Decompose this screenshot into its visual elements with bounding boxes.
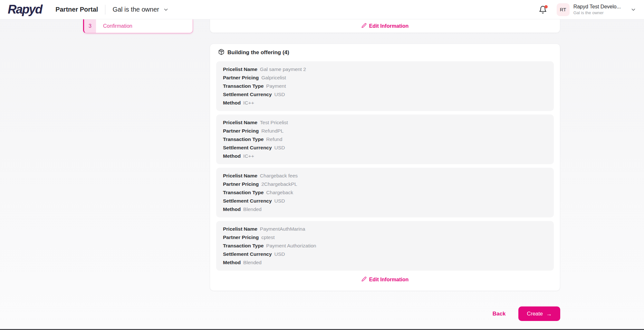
settlement-currency-row: Settlement CurrencyUSD (223, 90, 547, 99)
edit-row: Edit Information (216, 276, 554, 284)
field-label: Method (223, 206, 241, 212)
owner-context-label: Gal is the owner (112, 6, 159, 13)
pricelist-summary-block: Pricelist NamePaymentAuthMarina Partner … (216, 221, 554, 271)
user-info[interactable]: Rapyd Test Develo... Gal is the owner (573, 4, 621, 15)
field-label: Settlement Currency (223, 251, 272, 257)
edit-information-label: Edit Information (369, 277, 409, 283)
card-title-row: Building the offering (4) (216, 48, 554, 57)
field-label: Transaction Type (223, 83, 264, 89)
field-value: Test Pricelist (260, 120, 288, 125)
partner-pricing-row: Partner Pricingcptest (223, 233, 547, 242)
top-header: Rapyd Partner Portal Gal is the owner RT… (0, 0, 644, 19)
card-title: Building the offering (4) (227, 49, 289, 56)
field-value: Payment Authorization (266, 243, 316, 248)
pricelist-summary-block: Pricelist NameChargeback fees Partner Pr… (216, 168, 554, 217)
field-value: RefundPL (261, 128, 284, 134)
header-divider (105, 5, 105, 15)
partner-pricing-row: Partner Pricing2ChargebackPL (223, 180, 547, 188)
field-label: Partner Pricing (223, 181, 259, 187)
pricelist-name-row: Pricelist NamePaymentAuthMarina (223, 225, 547, 233)
field-value: IC++ (243, 153, 254, 159)
method-row: MethodIC++ (223, 152, 547, 160)
field-value: USD (274, 198, 285, 204)
field-label: Settlement Currency (223, 92, 272, 97)
previous-section-card: Edit Information (210, 19, 560, 33)
field-label: Pricelist Name (223, 226, 257, 232)
create-button-label: Create (527, 311, 543, 317)
field-value: Chargeback fees (260, 173, 298, 178)
field-label: Settlement Currency (223, 145, 272, 150)
field-label: Transaction Type (223, 190, 264, 195)
method-row: MethodIC++ (223, 99, 547, 107)
transaction-type-row: Transaction TypePayment (223, 82, 547, 90)
user-name: Rapyd Test Develo... (573, 4, 621, 10)
edit-information-link-bottom[interactable]: Edit Information (361, 276, 409, 283)
notifications-button[interactable] (539, 5, 547, 14)
arrow-right-icon: → (546, 311, 552, 317)
field-value: Refund (266, 136, 282, 142)
method-row: MethodBlended (223, 205, 547, 214)
field-label: Transaction Type (223, 243, 264, 248)
field-value: IC++ (243, 100, 254, 105)
field-label: Partner Pricing (223, 128, 259, 134)
pencil-icon (361, 23, 367, 29)
field-value: USD (274, 251, 285, 257)
pricelist-summary-block: Pricelist NameGal same payment 2 Partner… (216, 61, 554, 111)
field-label: Method (223, 100, 241, 105)
field-label: Partner Pricing (223, 75, 259, 80)
user-avatar[interactable]: RT (557, 3, 570, 16)
field-label: Method (223, 260, 241, 265)
step-number: 3 (84, 19, 96, 33)
field-label: Transaction Type (223, 136, 264, 142)
transaction-type-row: Transaction TypeRefund (223, 135, 547, 144)
partner-pricing-row: Partner PricingGalpricelist (223, 74, 547, 82)
field-value: Galpricelist (261, 75, 286, 80)
method-row: MethodBlended (223, 258, 547, 267)
back-button[interactable]: Back (493, 311, 506, 317)
pencil-icon (361, 276, 367, 283)
owner-context-dropdown[interactable]: Gal is the owner (112, 6, 169, 13)
notification-dot (544, 5, 548, 8)
field-label: Pricelist Name (223, 120, 257, 125)
field-label: Pricelist Name (223, 173, 257, 178)
settlement-currency-row: Settlement CurrencyUSD (223, 250, 547, 258)
footer-actions: Back Create → (210, 306, 560, 321)
field-label: Pricelist Name (223, 66, 257, 72)
create-button[interactable]: Create → (518, 306, 560, 321)
field-value: USD (274, 145, 285, 150)
step-label: Confirmation (96, 19, 193, 33)
transaction-type-row: Transaction TypeChargeback (223, 188, 547, 197)
field-value: Payment (266, 83, 286, 89)
chevron-down-icon (163, 7, 169, 13)
settlement-currency-row: Settlement CurrencyUSD (223, 197, 547, 205)
field-label: Partner Pricing (223, 235, 259, 240)
app-title: Partner Portal (55, 6, 98, 13)
pricelist-name-row: Pricelist NameTest Pricelist (223, 118, 547, 127)
pricelist-summary-block: Pricelist NameTest Pricelist Partner Pri… (216, 115, 554, 164)
user-subtitle: Gal is the owner (573, 10, 621, 15)
pricelist-name-row: Pricelist NameGal same payment 2 (223, 65, 547, 74)
settlement-currency-row: Settlement CurrencyUSD (223, 144, 547, 152)
partner-pricing-row: Partner PricingRefundPL (223, 127, 547, 135)
building-offering-card: Building the offering (4) Pricelist Name… (210, 44, 560, 291)
field-label: Settlement Currency (223, 198, 272, 204)
field-value: 2ChargebackPL (261, 181, 297, 187)
transaction-type-row: Transaction TypePayment Authorization (223, 242, 547, 250)
field-label: Method (223, 153, 241, 159)
field-value: Gal same payment 2 (260, 66, 306, 72)
user-menu-chevron[interactable] (630, 7, 636, 13)
rapyd-logo[interactable]: Rapyd (8, 3, 42, 16)
field-value: USD (274, 92, 285, 97)
bell-icon (539, 9, 547, 15)
field-value: PaymentAuthMarina (260, 226, 305, 232)
stepper-step-confirmation[interactable]: 3 Confirmation (83, 19, 193, 33)
field-value: Chargeback (266, 190, 293, 195)
field-value: Blended (243, 260, 262, 265)
pricelist-name-row: Pricelist NameChargeback fees (223, 172, 547, 180)
package-icon (218, 49, 225, 56)
page: { "header": { "logo": "Rapyd", "app_name… (0, 0, 644, 330)
edit-information-label: Edit Information (369, 23, 409, 29)
field-value: Blended (243, 206, 262, 212)
edit-information-link-top[interactable]: Edit Information (361, 23, 409, 29)
field-value: cptest (261, 235, 274, 240)
